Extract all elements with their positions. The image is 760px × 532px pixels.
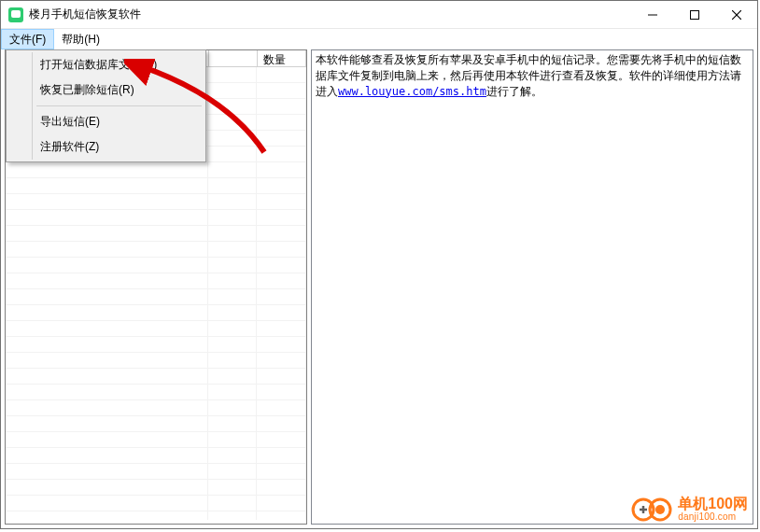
window-title: 楼月手机短信恢复软件 — [29, 7, 631, 22]
table-row[interactable] — [6, 464, 306, 480]
table-row[interactable] — [6, 496, 306, 511]
col-header-count[interactable]: 数量 — [258, 50, 306, 67]
info-link[interactable]: www.louyue.com/sms.htm — [338, 85, 486, 98]
close-button[interactable] — [715, 1, 757, 28]
table-row[interactable] — [6, 194, 306, 210]
menu-export-sms[interactable]: 导出短信(E) — [8, 109, 204, 134]
table-row[interactable] — [6, 432, 306, 448]
table-row[interactable] — [6, 321, 306, 337]
table-row[interactable] — [6, 353, 306, 369]
table-row[interactable] — [6, 242, 306, 258]
table-row[interactable] — [6, 273, 306, 289]
maximize-button[interactable] — [673, 1, 715, 28]
info-pane: 本软件能够查看及恢复所有苹果及安卓手机中的短信记录。您需要先将手机中的短信数据库… — [311, 49, 753, 525]
app-icon — [8, 7, 23, 22]
col-header-1[interactable] — [209, 50, 258, 67]
info-text-post: 进行了解。 — [486, 85, 542, 98]
menu-recover-deleted[interactable]: 恢复已删除短信(R) — [8, 77, 204, 103]
menu-register[interactable]: 注册软件(Z) — [8, 134, 204, 160]
watermark-sub: danji100.com — [678, 512, 748, 523]
file-menu-dropdown: 打开短信数据库文件(O) 恢复已删除短信(R) 导出短信(E) 注册软件(Z) — [6, 49, 206, 162]
app-window: 楼月手机短信恢复软件 文件(F) 帮助(H) — [0, 0, 758, 529]
titlebar: 楼月手机短信恢复软件 — [1, 1, 757, 29]
svg-rect-1 — [690, 10, 698, 19]
table-row[interactable] — [6, 178, 306, 194]
watermark-main: 单机100网 — [678, 497, 748, 512]
table-row[interactable] — [6, 400, 306, 416]
menu-help[interactable]: 帮助(H) — [54, 29, 107, 49]
table-row[interactable] — [6, 305, 306, 321]
table-row[interactable] — [6, 226, 306, 242]
minimize-button[interactable] — [631, 1, 673, 28]
table-row[interactable] — [6, 511, 306, 520]
table-row[interactable] — [6, 289, 306, 305]
window-controls — [631, 1, 757, 28]
table-row[interactable] — [6, 480, 306, 496]
menu-file[interactable]: 文件(F) — [1, 29, 54, 49]
table-row[interactable] — [6, 337, 306, 353]
table-row[interactable] — [6, 162, 306, 178]
table-row[interactable] — [6, 448, 306, 464]
table-row[interactable] — [6, 416, 306, 432]
watermark: 单机100网 danji100.com — [631, 497, 748, 523]
menubar: 文件(F) 帮助(H) — [1, 29, 757, 49]
table-row[interactable] — [6, 258, 306, 273]
svg-point-8 — [655, 505, 665, 514]
table-row[interactable] — [6, 210, 306, 226]
table-row[interactable] — [6, 369, 306, 385]
table-row[interactable] — [6, 385, 306, 400]
menu-separator — [36, 105, 202, 106]
menu-open-db[interactable]: 打开短信数据库文件(O) — [8, 52, 204, 77]
watermark-logo-icon — [631, 497, 672, 523]
